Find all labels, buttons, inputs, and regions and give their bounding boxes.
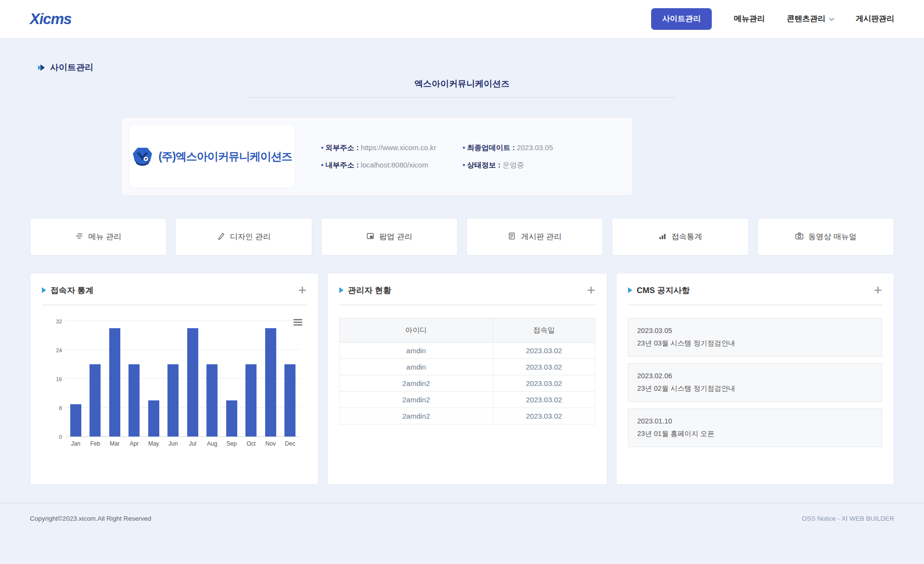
notice-title: 23년 03월 시스템 정기점검안내	[637, 339, 873, 348]
x-axis-tick-label: Nov	[261, 440, 281, 447]
y-axis-tick-label: 16	[51, 376, 62, 382]
bar-may[interactable]	[148, 400, 159, 436]
notice-title: 23년 02월 시스템 정기점검안내	[637, 384, 873, 393]
quick-menu-popup[interactable]: 팝업 관리	[321, 218, 458, 256]
bar-slot	[125, 364, 144, 436]
site-info-fields: •외부주소 : https://www.xicom.co.kr•내부주소 : l…	[321, 143, 553, 170]
quick-menu-board[interactable]: 게시판 관리	[466, 218, 603, 256]
nav-item-menu-admin[interactable]: 메뉴관리	[734, 14, 765, 24]
x-axis-tick-label: May	[144, 440, 164, 447]
copyright-text: Copyright©2023.xicom.All Right Reserved	[30, 515, 151, 522]
header: Xicms 사이트관리메뉴관리콘텐츠관리게시판관리	[0, 0, 924, 38]
cms-notice-title: CMS 공지사항	[628, 285, 690, 296]
bar-oct[interactable]	[245, 364, 257, 436]
table-row[interactable]: 2amdin22023.03.02	[340, 375, 595, 392]
bar-slot	[144, 400, 164, 436]
visitor-chart: 08162432 JanFebMarAprMayJunJulAugSepOctN…	[49, 321, 303, 447]
bar-jun[interactable]	[167, 364, 179, 436]
visitor-stats-expand-button[interactable]: +	[298, 283, 307, 297]
field-label: 외부주소 :	[325, 143, 360, 152]
bar-nov[interactable]	[265, 328, 276, 436]
site-info-field: •내부주소 : localhost:8080/xicom	[321, 161, 436, 170]
main-nav: 사이트관리메뉴관리콘텐츠관리게시판관리	[651, 8, 894, 30]
x-axis-tick-label: Feb	[86, 440, 105, 447]
y-axis-tick-label: 32	[51, 319, 62, 324]
table-cell: 2023.03.02	[493, 375, 595, 392]
table-cell: amdin	[340, 359, 493, 375]
company-logo-icon	[132, 146, 153, 167]
bar-slot	[222, 400, 242, 436]
admin-status-expand-button[interactable]: +	[587, 283, 595, 297]
quick-menu-menu-label: 메뉴 관리	[88, 232, 121, 242]
triangle-marker-icon	[339, 287, 344, 293]
field-value: 2023.03.05	[517, 143, 553, 152]
table-row[interactable]: amdin2023.03.02	[340, 359, 595, 375]
triangle-marker-icon	[42, 287, 46, 293]
table-cell: 2023.03.02	[493, 392, 595, 408]
oss-notice-link[interactable]: OSS Notice - XI WEB BUILDER	[802, 515, 894, 522]
bar-slot	[281, 364, 300, 436]
bullet-icon: •	[462, 143, 465, 152]
notice-date: 2023.02.06	[637, 372, 873, 380]
table-row[interactable]: 2amdin22023.03.02	[340, 408, 595, 424]
bar-jan[interactable]	[70, 404, 81, 437]
table-cell: 2amdin2	[340, 392, 493, 408]
quick-menu-stats[interactable]: 접속통계	[612, 218, 748, 256]
page-title-arrow-icon	[38, 64, 46, 71]
notice-item[interactable]: 2023.02.0623년 02월 시스템 정기점검안내	[628, 363, 882, 402]
bar-slot	[183, 328, 203, 436]
field-value: 운영중	[502, 161, 524, 169]
field-value: localhost:8080/xicom	[361, 161, 428, 169]
bar-aug[interactable]	[206, 364, 218, 436]
field-label: 최종업데이트 :	[467, 143, 517, 152]
nav-item-site-admin[interactable]: 사이트관리	[651, 8, 712, 30]
field-label: 상태정보 :	[467, 161, 502, 169]
site-info-field: •외부주소 : https://www.xicom.co.kr	[321, 143, 436, 153]
quick-menu-row: 메뉴 관리디자인 관리팝업 관리게시판 관리접속통계동영상 매뉴얼	[30, 218, 894, 256]
x-axis-tick-label: Apr	[125, 440, 144, 447]
site-info-card: (주)엑스아이커뮤니케이션즈 •외부주소 : https://www.xicom…	[121, 117, 633, 196]
bar-mar[interactable]	[109, 328, 120, 436]
pen-icon	[217, 232, 225, 242]
notice-item[interactable]: 2023.03.0523년 03월 시스템 정기점검안내	[628, 318, 882, 357]
admin-table: 아이디접속일 amdin2023.03.02amdin2023.03.022am…	[339, 318, 595, 424]
bar-jul[interactable]	[187, 328, 198, 436]
x-axis-tick-label: Sep	[222, 440, 242, 447]
bar-slot	[105, 328, 125, 436]
notice-list: 2023.03.0523년 03월 시스템 정기점검안내2023.02.0623…	[628, 318, 882, 447]
nav-item-content-admin[interactable]: 콘텐츠관리	[787, 14, 834, 24]
table-row[interactable]: amdin2023.03.02	[340, 343, 595, 359]
bar-dec[interactable]	[284, 364, 295, 436]
quick-menu-design[interactable]: 디자인 관리	[175, 218, 312, 256]
list-icon	[75, 232, 83, 242]
quick-menu-popup-label: 팝업 관리	[379, 232, 412, 242]
bar-slot	[164, 364, 183, 436]
table-cell: amdin	[340, 343, 493, 359]
quick-menu-video[interactable]: 동영상 매뉴얼	[757, 218, 894, 256]
cms-notice-expand-button[interactable]: +	[873, 283, 882, 297]
admin-table-header-id: 아이디	[340, 319, 493, 343]
bar-apr[interactable]	[128, 364, 140, 436]
admin-status-title: 관리자 현황	[339, 285, 391, 296]
company-logo: (주)엑스아이커뮤니케이션즈	[129, 125, 295, 188]
x-axis-tick-label: Mar	[105, 440, 125, 447]
y-axis-tick-label: 24	[51, 347, 62, 353]
nav-item-board-admin[interactable]: 게시판관리	[856, 14, 894, 24]
x-axis-tick-label: Aug	[203, 440, 222, 447]
bar-chart-plot: 08162432	[66, 321, 300, 437]
notice-item[interactable]: 2023.01.1023년 01월 홈페이지 오픈	[628, 409, 882, 447]
brand-logo[interactable]: Xicms	[30, 11, 71, 28]
bar-sep[interactable]	[226, 400, 237, 436]
visitor-stats-card: 접속자 통계 + 08162432 JanFebMarAprMayJunJulA…	[30, 273, 319, 485]
table-cell: 2023.03.02	[493, 359, 595, 375]
quick-menu-menu[interactable]: 메뉴 관리	[30, 218, 167, 256]
table-row[interactable]: 2amdin22023.03.02	[340, 392, 595, 408]
table-cell: 2amdin2	[340, 375, 493, 392]
x-axis-tick-label: Jan	[66, 440, 86, 447]
notice-date: 2023.01.10	[637, 417, 873, 425]
main-content: 사이트관리 엑스아이커뮤니케이션즈 (주)엑스아이커뮤니케이션즈 •외부주소 :…	[0, 38, 924, 485]
dashboard-cards: 접속자 통계 + 08162432 JanFebMarAprMayJunJulA…	[30, 273, 894, 485]
bar-chart-x-labels: JanFebMarAprMayJunJulAugSepOctNovDec	[66, 440, 300, 447]
bar-feb[interactable]	[90, 364, 101, 436]
quick-menu-design-label: 디자인 관리	[230, 232, 270, 242]
